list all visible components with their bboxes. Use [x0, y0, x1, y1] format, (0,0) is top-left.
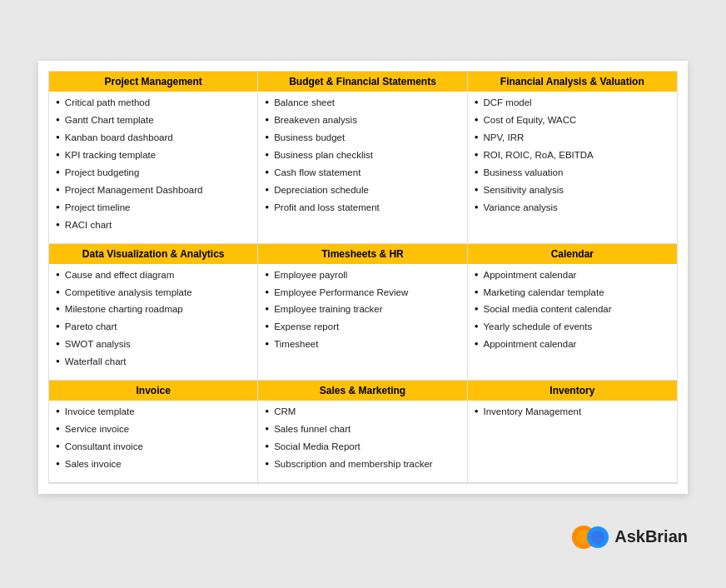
list-item[interactable]: Balance sheet	[265, 97, 460, 109]
list-item[interactable]: Waterfall chart	[56, 356, 251, 368]
list-item[interactable]: NPV, IRR	[475, 132, 670, 144]
section-list-financial-analysis: DCF modelCost of Equity, WACCNPV, IRRROI…	[475, 97, 670, 214]
section-budget-financial: Budget & Financial StatementsBalance she…	[258, 72, 467, 244]
brand-name: AskBrian	[614, 527, 688, 546]
section-list-calendar: Appointment calendarMarketing calendar t…	[475, 269, 670, 351]
list-item[interactable]: Business plan checklist	[265, 149, 460, 162]
list-item[interactable]: Sales funnel chart	[265, 423, 460, 436]
list-item[interactable]: Project budgeting	[56, 167, 251, 179]
section-header-project-management: Project Management	[49, 72, 257, 92]
section-list-sales-marketing: CRMSales funnel chartSocial Media Report…	[265, 406, 460, 471]
list-item[interactable]: KPI tracking template	[56, 149, 251, 162]
list-item[interactable]: Employee training tracker	[265, 303, 460, 316]
section-body-budget-financial: Balance sheetBreakeven analysisBusiness …	[258, 92, 466, 226]
section-list-inventory: Inventory Management	[475, 406, 670, 418]
list-item[interactable]: Profit and loss statement	[265, 202, 460, 214]
list-item[interactable]: RACI chart	[56, 219, 251, 232]
list-item[interactable]: Appointment calendar	[475, 338, 670, 351]
section-body-financial-analysis: DCF modelCost of Equity, WACCNPV, IRRROI…	[468, 92, 677, 226]
section-body-data-visualization: Cause and effect diagramCompetitive anal…	[49, 264, 257, 381]
list-item[interactable]: SWOT analysis	[56, 338, 251, 351]
section-list-invoice: Invoice templateService invoiceConsultan…	[56, 406, 251, 471]
list-item[interactable]: DCF model	[475, 97, 670, 109]
list-item[interactable]: Yearly schedule of events	[475, 321, 670, 333]
list-item[interactable]: Depreciation schedule	[265, 184, 460, 197]
list-item[interactable]: Employee Performance Review	[265, 287, 460, 299]
section-list-budget-financial: Balance sheetBreakeven analysisBusiness …	[265, 97, 460, 214]
list-item[interactable]: Invoice template	[56, 406, 251, 418]
section-project-management: Project ManagementCritical path methodGa…	[49, 72, 258, 244]
list-item[interactable]: Inventory Management	[475, 406, 670, 418]
list-item[interactable]: CRM	[265, 406, 460, 418]
svg-point-3	[591, 531, 604, 544]
section-body-timesheets-hr: Employee payrollEmployee Performance Rev…	[258, 264, 466, 363]
list-item[interactable]: Timesheet	[265, 338, 460, 351]
section-body-inventory: Inventory Management	[468, 401, 677, 430]
section-header-budget-financial: Budget & Financial Statements	[258, 72, 466, 92]
list-item[interactable]: Project timeline	[56, 202, 251, 214]
list-item[interactable]: Social Media Report	[265, 441, 460, 453]
list-item[interactable]: Subscription and membership tracker	[265, 458, 460, 471]
list-item[interactable]: Sales invoice	[56, 458, 251, 471]
list-item[interactable]: Appointment calendar	[475, 269, 670, 282]
section-data-visualization: Data Visualization & AnalyticsCause and …	[49, 244, 258, 381]
list-item[interactable]: Gantt Chart template	[56, 114, 251, 127]
list-item[interactable]: Cause and effect diagram	[56, 269, 251, 282]
list-item[interactable]: Sensitivity analysis	[475, 184, 670, 197]
section-body-sales-marketing: CRMSales funnel chartSocial Media Report…	[258, 401, 466, 482]
section-timesheets-hr: Timesheets & HREmployee payrollEmployee …	[258, 244, 467, 381]
section-list-project-management: Critical path methodGantt Chart template…	[56, 97, 251, 232]
list-item[interactable]: Service invoice	[56, 423, 251, 436]
section-header-financial-analysis: Financial Analysis & Valuation	[468, 72, 677, 92]
list-item[interactable]: Cost of Equity, WACC	[475, 114, 670, 127]
list-item[interactable]: ROI, ROIC, RoA, EBITDA	[475, 149, 670, 162]
section-calendar: CalendarAppointment calendarMarketing ca…	[468, 244, 677, 381]
list-item[interactable]: Milestone charting roadmap	[56, 303, 251, 316]
list-item[interactable]: Kanban board dashboard	[56, 132, 251, 144]
section-header-sales-marketing: Sales & Marketing	[258, 381, 466, 401]
list-item[interactable]: Variance analysis	[475, 202, 670, 214]
section-financial-analysis: Financial Analysis & ValuationDCF modelC…	[468, 72, 677, 244]
list-item[interactable]: Consultant invoice	[56, 441, 251, 453]
section-header-inventory: Inventory	[468, 381, 677, 401]
list-item[interactable]: Business valuation	[475, 167, 670, 179]
branding-area: AskBrian	[571, 522, 688, 552]
list-item[interactable]: Business budget	[265, 132, 460, 144]
section-list-timesheets-hr: Employee payrollEmployee Performance Rev…	[265, 269, 460, 351]
list-item[interactable]: Employee payroll	[265, 269, 460, 282]
list-item[interactable]: Breakeven analysis	[265, 114, 460, 127]
section-body-invoice: Invoice templateService invoiceConsultan…	[49, 401, 257, 482]
section-header-invoice: Invoice	[49, 381, 257, 401]
list-item[interactable]: Expense report	[265, 321, 460, 333]
section-inventory: InventoryInventory Management	[468, 381, 677, 483]
section-sales-marketing: Sales & MarketingCRMSales funnel chartSo…	[258, 381, 467, 483]
list-item[interactable]: Marketing calendar template	[475, 287, 670, 299]
list-item[interactable]: Critical path method	[56, 97, 251, 109]
logo-icon	[571, 522, 609, 552]
section-header-calendar: Calendar	[468, 244, 677, 264]
section-body-calendar: Appointment calendarMarketing calendar t…	[468, 264, 677, 363]
section-invoice: InvoiceInvoice templateService invoiceCo…	[49, 381, 258, 483]
main-grid: Project ManagementCritical path methodGa…	[48, 71, 678, 484]
list-item[interactable]: Pareto chart	[56, 321, 251, 333]
section-list-data-visualization: Cause and effect diagramCompetitive anal…	[56, 269, 251, 369]
list-item[interactable]: Social media content calendar	[475, 303, 670, 316]
list-item[interactable]: Competitive analysis template	[56, 287, 251, 299]
list-item[interactable]: Project Management Dashboard	[56, 184, 251, 197]
section-header-data-visualization: Data Visualization & Analytics	[49, 244, 257, 264]
section-body-project-management: Critical path methodGantt Chart template…	[49, 92, 257, 243]
list-item[interactable]: Cash flow statement	[265, 167, 460, 179]
section-header-timesheets-hr: Timesheets & HR	[258, 244, 466, 264]
